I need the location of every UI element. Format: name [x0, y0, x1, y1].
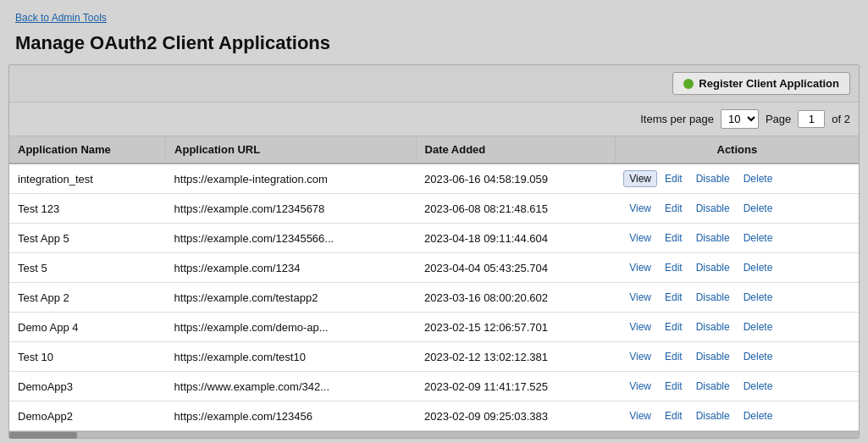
- delete-button[interactable]: Delete: [738, 200, 779, 217]
- outer-panel: Register Client Application Items per pa…: [8, 64, 860, 439]
- delete-button[interactable]: Delete: [738, 348, 779, 365]
- view-button[interactable]: View: [623, 230, 657, 246]
- cell-app-url: https://example-integration.com: [166, 163, 416, 194]
- cell-app-name: integration_test: [9, 163, 166, 194]
- disable-button[interactable]: Disable: [690, 230, 736, 246]
- edit-button[interactable]: Edit: [659, 200, 688, 217]
- disable-button[interactable]: Disable: [690, 318, 736, 335]
- applications-table: Application Name Application URL Date Ad…: [9, 136, 859, 431]
- table-row: Test App 2https://example.com/testapp220…: [9, 283, 859, 313]
- view-button[interactable]: View: [623, 259, 657, 276]
- edit-button[interactable]: Edit: [659, 348, 688, 365]
- table-row: Test App 5https://example.com/12345566..…: [9, 224, 859, 253]
- edit-button[interactable]: Edit: [659, 289, 688, 306]
- toolbar: Register Client Application: [9, 65, 859, 102]
- view-button[interactable]: View: [623, 289, 657, 306]
- view-button[interactable]: View: [623, 378, 657, 395]
- cell-app-url: https://example.com/testapp2: [166, 283, 416, 313]
- cell-app-name: Test App 5: [9, 224, 166, 253]
- cell-date-added: 2023-02-15 12:06:57.701: [416, 313, 615, 342]
- disable-button[interactable]: Disable: [690, 170, 736, 187]
- per-page-select[interactable]: 10 5 20 50: [721, 109, 759, 129]
- table-row: integration_testhttps://example-integrat…: [9, 163, 859, 194]
- items-per-page-label: Items per page: [640, 113, 714, 125]
- col-header-name: Application Name: [9, 136, 166, 163]
- disable-button[interactable]: Disable: [690, 348, 736, 365]
- page-title: Manage OAuth2 Client Applications: [0, 27, 868, 64]
- disable-button[interactable]: Disable: [690, 259, 736, 276]
- cell-date-added: 2023-06-08 08:21:48.615: [416, 194, 615, 224]
- edit-button[interactable]: Edit: [659, 378, 688, 395]
- edit-button[interactable]: Edit: [659, 259, 688, 276]
- scrollbar-thumb: [9, 432, 77, 439]
- of-pages: of 2: [832, 113, 850, 125]
- col-header-url: Application URL: [166, 136, 416, 163]
- disable-button[interactable]: Disable: [690, 289, 736, 306]
- cell-actions: ViewEditDisableDelete: [615, 194, 859, 224]
- table-row: Test 123https://example.com/123456782023…: [9, 194, 859, 224]
- cell-actions: ViewEditDisableDelete: [615, 224, 859, 253]
- delete-button[interactable]: Delete: [738, 318, 779, 335]
- table-row: Demo App 4https://example.com/demo-ap...…: [9, 313, 859, 342]
- cell-actions: ViewEditDisableDelete: [615, 313, 859, 342]
- cell-date-added: 2023-04-18 09:11:44.604: [416, 224, 615, 253]
- cell-app-url: https://www.example.com/342...: [166, 372, 416, 401]
- edit-button[interactable]: Edit: [659, 318, 688, 335]
- cell-date-added: 2023-04-04 05:43:25.704: [416, 253, 615, 283]
- table-row: DemoApp2https://example.com/1234562023-0…: [9, 401, 859, 431]
- col-header-actions: Actions: [615, 136, 859, 163]
- cell-actions: ViewEditDisableDelete: [615, 253, 859, 283]
- delete-button[interactable]: Delete: [738, 289, 779, 306]
- disable-button[interactable]: Disable: [690, 378, 736, 395]
- cell-app-name: Test 10: [9, 342, 166, 372]
- view-button[interactable]: View: [623, 318, 657, 335]
- disable-button[interactable]: Disable: [690, 407, 736, 424]
- back-link[interactable]: Back to Admin Tools: [0, 0, 122, 27]
- view-button[interactable]: View: [623, 170, 657, 187]
- cell-actions: ViewEditDisableDelete: [615, 372, 859, 401]
- edit-button[interactable]: Edit: [659, 407, 688, 424]
- cell-date-added: 2023-02-09 09:25:03.383: [416, 401, 615, 431]
- view-button[interactable]: View: [623, 407, 657, 424]
- cell-date-added: 2023-03-16 08:00:20.602: [416, 283, 615, 313]
- table-row: Test 5https://example.com/12342023-04-04…: [9, 253, 859, 283]
- cell-app-url: https://example.com/test10: [166, 342, 416, 372]
- cell-app-name: Test 5: [9, 253, 166, 283]
- edit-button[interactable]: Edit: [659, 230, 688, 246]
- delete-button[interactable]: Delete: [738, 170, 779, 187]
- delete-button[interactable]: Delete: [738, 259, 779, 276]
- cell-actions: ViewEditDisableDelete: [615, 163, 859, 194]
- cell-actions: ViewEditDisableDelete: [615, 401, 859, 431]
- cell-app-url: https://example.com/12345678: [166, 194, 416, 224]
- delete-button[interactable]: Delete: [738, 230, 779, 246]
- cell-app-url: https://example.com/123456: [166, 401, 416, 431]
- cell-app-url: https://example.com/12345566...: [166, 224, 416, 253]
- cell-app-name: Test 123: [9, 194, 166, 224]
- delete-button[interactable]: Delete: [738, 378, 779, 395]
- scrollbar-area[interactable]: [9, 431, 859, 438]
- disable-button[interactable]: Disable: [690, 200, 736, 217]
- table-container: Application Name Application URL Date Ad…: [9, 136, 859, 431]
- table-row: DemoApp3https://www.example.com/342...20…: [9, 372, 859, 401]
- cell-actions: ViewEditDisableDelete: [615, 342, 859, 372]
- view-button[interactable]: View: [623, 348, 657, 365]
- register-label: Register Client Application: [699, 77, 839, 90]
- view-button[interactable]: View: [623, 200, 657, 217]
- delete-button[interactable]: Delete: [738, 407, 779, 424]
- cell-app-name: DemoApp2: [9, 401, 166, 431]
- cell-app-url: https://example.com/1234: [166, 253, 416, 283]
- table-row: Test 10https://example.com/test102023-02…: [9, 342, 859, 372]
- col-header-date: Date Added: [416, 136, 615, 163]
- cell-date-added: 2023-06-16 04:58:19.059: [416, 163, 615, 194]
- cell-app-name: DemoApp3: [9, 372, 166, 401]
- register-icon: [683, 79, 694, 89]
- cell-app-name: Demo App 4: [9, 313, 166, 342]
- cell-app-url: https://example.com/demo-ap...: [166, 313, 416, 342]
- register-client-button[interactable]: Register Client Application: [672, 72, 850, 95]
- page-input[interactable]: [798, 110, 825, 128]
- page-label: Page: [766, 113, 791, 125]
- edit-button[interactable]: Edit: [659, 170, 688, 187]
- pagination-bar: Items per page 10 5 20 50 Page of 2: [9, 102, 859, 136]
- cell-date-added: 2023-02-09 11:41:17.525: [416, 372, 615, 401]
- cell-date-added: 2023-02-12 13:02:12.381: [416, 342, 615, 372]
